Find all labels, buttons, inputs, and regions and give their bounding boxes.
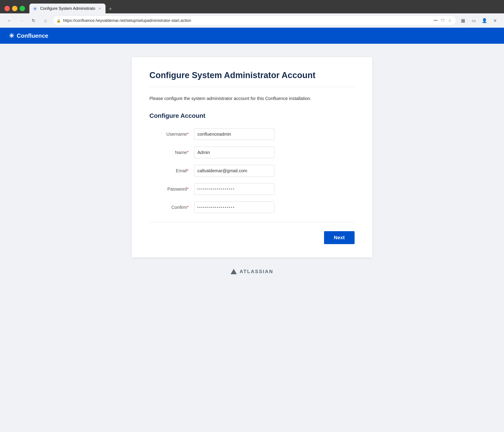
email-input[interactable]	[194, 165, 274, 176]
next-button[interactable]: Next	[324, 231, 355, 244]
address-bar-actions: ••• 🛡 ☆	[433, 17, 452, 24]
confluence-logo-text: Confluence	[17, 32, 48, 39]
refresh-button[interactable]: ↻	[28, 16, 38, 26]
browser-chrome: ✳ Configure System Administrato × + ← → …	[0, 0, 504, 28]
address-input[interactable]	[63, 18, 430, 23]
section-title: Configure Account	[149, 112, 355, 119]
username-row: Username*	[149, 128, 355, 140]
email-row: Email*	[149, 165, 355, 176]
form-actions: Next	[149, 231, 355, 244]
page-body: Configure System Administrator Account P…	[0, 44, 504, 288]
bookmark-icon[interactable]: ☆	[447, 17, 452, 24]
atlassian-logo-text: ATLASSIAN	[240, 269, 273, 275]
forward-button[interactable]: →	[17, 16, 26, 26]
maximize-button[interactable]	[20, 6, 25, 11]
confirm-label: Confirm*	[149, 205, 194, 210]
title-bar: ✳ Configure System Administrato × +	[0, 0, 504, 13]
tab-close-button[interactable]: ×	[98, 6, 102, 11]
tab-title: Configure System Administrato	[40, 6, 95, 11]
password-label: Password*	[149, 186, 194, 192]
close-button[interactable]	[4, 6, 10, 11]
bottom-divider	[149, 222, 355, 222]
more-options-icon[interactable]: •••	[433, 18, 439, 24]
confirm-row: Confirm*	[149, 202, 355, 213]
security-icon: 🔒	[56, 18, 61, 23]
address-bar-container: 🔒 ••• 🛡 ☆	[53, 16, 456, 26]
traffic-lights	[4, 6, 25, 11]
back-button[interactable]: ←	[4, 16, 14, 26]
browser-toolbar-right: ▦ ▭ 👤 ≡	[459, 16, 500, 25]
confirm-input[interactable]	[194, 202, 274, 213]
shield-icon[interactable]: 🛡	[440, 18, 446, 24]
tab-bar: ✳ Configure System Administrato × +	[29, 4, 500, 13]
atlassian-triangle-icon	[231, 269, 237, 274]
email-label: Email*	[149, 168, 194, 173]
library-icon[interactable]: ▦	[459, 16, 468, 25]
new-tab-button[interactable]: +	[106, 4, 115, 13]
username-input[interactable]	[194, 128, 274, 140]
nav-bar: ← → ↻ ⌂ 🔒 ••• 🛡 ☆ ▦ ▭ 👤 ≡	[0, 13, 504, 28]
confluence-logo: ✳ Confluence	[9, 32, 48, 39]
password-input[interactable]	[194, 183, 274, 195]
menu-icon[interactable]: ≡	[491, 16, 500, 25]
tab-favicon: ✳	[33, 6, 38, 11]
home-button[interactable]: ⌂	[41, 16, 50, 26]
name-label: Name*	[149, 150, 194, 155]
atlassian-footer: ATLASSIAN	[231, 269, 273, 275]
confluence-logo-icon: ✳	[9, 32, 14, 39]
password-row: Password*	[149, 183, 355, 195]
title-divider	[149, 87, 355, 87]
name-input[interactable]	[194, 147, 274, 158]
active-tab[interactable]: ✳ Configure System Administrato ×	[29, 4, 106, 13]
sidebar-icon[interactable]: ▭	[469, 16, 478, 25]
minimize-button[interactable]	[12, 6, 18, 11]
username-label: Username*	[149, 132, 194, 137]
page-description: Please configure the system administrato…	[149, 96, 355, 101]
name-row: Name*	[149, 147, 355, 158]
confluence-header: ✳ Confluence	[0, 28, 504, 44]
profile-icon[interactable]: 👤	[480, 16, 489, 25]
page-title: Configure System Administrator Account	[149, 71, 355, 80]
form-card: Configure System Administrator Account P…	[132, 57, 372, 257]
